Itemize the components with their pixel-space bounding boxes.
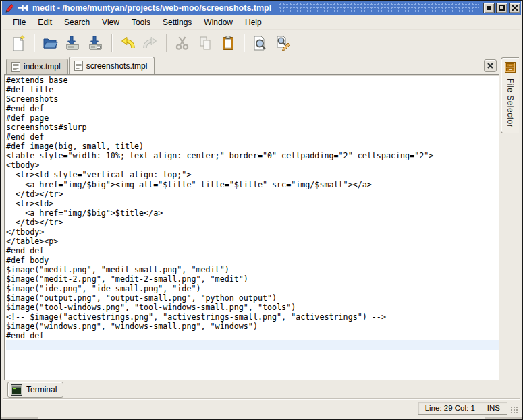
editor-pane[interactable]: #extends base#def titleScreenshots#end d… — [4, 74, 499, 380]
bottom-panel-bar: Terminal — [3, 380, 520, 399]
code-line-5[interactable]: #def page — [6, 113, 499, 123]
find-icon — [252, 35, 268, 51]
code-line-7[interactable]: #end def — [6, 132, 499, 142]
terminal-icon — [11, 384, 22, 396]
code-line-3[interactable]: Screenshots — [6, 94, 499, 104]
save-button[interactable] — [61, 32, 84, 55]
code-line-1[interactable]: #extends base — [6, 76, 499, 85]
save-as-button[interactable] — [84, 32, 107, 55]
file-selector-label: File Selector — [505, 78, 515, 127]
file-cabinet-icon — [503, 61, 517, 74]
toolbar-separator — [34, 34, 34, 52]
notebook: index.tmpl screenshots.tmpl #ex — [4, 57, 499, 380]
save-as-icon — [88, 35, 104, 51]
code-line-15[interactable]: <a href="img/$big">$title</a> — [6, 208, 499, 218]
code-line-22[interactable]: $image("medit-2.png", "medit-2-small.png… — [6, 274, 499, 284]
cut-button[interactable] — [171, 32, 194, 55]
window-title: medit - /home/muntyan/projects/web-moo/s… — [32, 3, 278, 13]
find-button[interactable] — [248, 32, 271, 55]
tab-label: index.tmpl — [24, 62, 61, 71]
code-line-25[interactable]: $image("tool-windows.png", "tool-windows… — [6, 303, 499, 312]
statusbar: Line: 29 Col: 1 INS — [3, 399, 520, 416]
close-tab-button[interactable] — [484, 59, 497, 72]
code-line-24[interactable]: $image("output.png", "output-small.png",… — [6, 293, 499, 303]
document-icon — [11, 62, 20, 72]
code-line-26[interactable]: <!-- $image("activestrings.png", "active… — [6, 312, 499, 322]
code-line-27[interactable]: $image("windows.png", "windows-small.png… — [6, 322, 499, 331]
menu-settings[interactable]: Settings — [157, 16, 198, 29]
tab-screenshots-tmpl[interactable]: screenshots.tmpl — [69, 57, 155, 74]
paste-button[interactable] — [217, 32, 240, 55]
statusbar-message-area — [4, 402, 415, 415]
code-line-2[interactable]: #def title — [6, 85, 499, 94]
code-line-10[interactable]: <tbody> — [6, 160, 499, 170]
cut-icon — [174, 35, 190, 51]
tab-bar: index.tmpl screenshots.tmpl — [4, 57, 499, 74]
maximize-button[interactable] — [496, 3, 507, 13]
toolbar-separator — [111, 34, 112, 52]
code-line-11[interactable]: <tr><td style="vertical-align: top;"> — [6, 170, 499, 179]
maximize-icon — [499, 5, 505, 11]
find-replace-icon — [275, 35, 291, 51]
undo-icon — [119, 35, 136, 51]
redo-icon — [142, 35, 159, 51]
code-line-4[interactable]: #end def — [6, 104, 499, 113]
tab-label: screenshots.tmpl — [86, 61, 148, 71]
code-line-9[interactable]: <table style="width: 10%; text-align: ce… — [6, 151, 499, 160]
menu-search[interactable]: Search — [58, 16, 96, 29]
toolbar-separator — [244, 34, 244, 52]
code-line-14[interactable]: <tr><td> — [6, 199, 499, 208]
code-line-21[interactable]: $image("medit.png", "medit-small.png", "… — [6, 265, 499, 274]
close-button[interactable] — [509, 3, 520, 13]
open-button[interactable] — [38, 32, 61, 55]
medit-app-icon — [4, 3, 15, 13]
file-selector-tab[interactable]: File Selector — [501, 57, 519, 133]
minimize-icon — [487, 6, 491, 10]
terminal-button-label: Terminal — [26, 385, 57, 394]
code-line-8[interactable]: #def image(big, small, title) — [6, 142, 499, 151]
menu-tools[interactable]: Tools — [126, 16, 157, 29]
copy-button[interactable] — [194, 32, 217, 55]
save-icon — [65, 35, 81, 51]
tab-index-tmpl[interactable]: index.tmpl — [6, 59, 68, 74]
sidebar-strip: File Selector — [499, 57, 520, 380]
code-line-29[interactable] — [6, 340, 499, 350]
code-line-19[interactable]: #end def — [6, 246, 499, 256]
menu-file[interactable]: File — [7, 16, 32, 29]
copy-icon — [197, 35, 213, 51]
code-line-17[interactable]: </tbody> — [6, 227, 499, 237]
code-line-12[interactable]: <a href="img/$big"><img alt="$title" tit… — [6, 180, 499, 189]
undo-button[interactable] — [116, 32, 139, 55]
new-document-button[interactable] — [7, 32, 30, 55]
cursor-position-box: Line: 29 Col: 1 INS — [418, 402, 507, 415]
find-replace-button[interactable] — [271, 32, 294, 55]
menu-window[interactable]: Window — [198, 16, 239, 29]
open-folder-icon — [42, 35, 58, 51]
code-line-16[interactable]: </td></tr> — [6, 218, 499, 227]
minimize-button[interactable] — [483, 3, 495, 13]
window-frame-handle[interactable] — [1, 417, 38, 419]
resize-grip[interactable] — [510, 406, 519, 415]
content-area: index.tmpl screenshots.tmpl #ex — [3, 57, 520, 380]
menu-help[interactable]: Help — [239, 16, 268, 29]
editor[interactable]: #extends base#def titleScreenshots#end d… — [5, 75, 499, 350]
redo-button[interactable] — [139, 32, 162, 55]
menu-edit[interactable]: Edit — [32, 16, 58, 29]
titlebar[interactable]: medit - /home/muntyan/projects/web-moo/s… — [2, 1, 521, 15]
code-line-20[interactable]: #def body — [6, 256, 499, 265]
code-line-23[interactable]: $image("ide.png", "ide-small.png", "ide"… — [6, 284, 499, 293]
menubar: FileEditSearchViewToolsSettingsWindowHel… — [3, 15, 520, 30]
window-frame-handle[interactable] — [485, 417, 522, 419]
document-icon — [74, 61, 83, 71]
code-line-18[interactable]: </table><p> — [6, 237, 499, 246]
insert-mode: INS — [487, 404, 500, 412]
menu-view[interactable]: View — [96, 16, 126, 29]
pin-icon[interactable] — [17, 3, 29, 13]
code-line-6[interactable]: screenshots#slurp — [6, 123, 499, 132]
code-line-28[interactable]: #end def — [6, 331, 499, 340]
toolbar-separator — [166, 34, 167, 52]
toolbar — [3, 30, 520, 57]
terminal-button[interactable]: Terminal — [7, 382, 63, 398]
code-line-13[interactable]: </td></tr> — [6, 189, 499, 199]
titlebar-texture[interactable] — [278, 2, 479, 13]
